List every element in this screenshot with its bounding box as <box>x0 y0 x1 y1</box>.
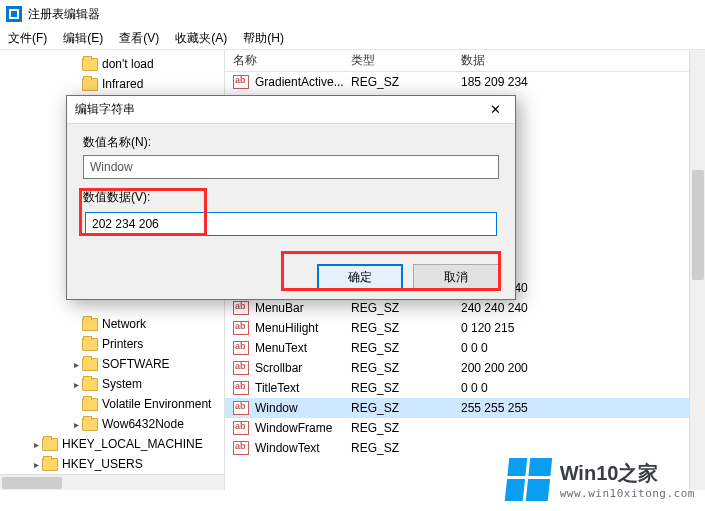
cancel-button[interactable]: 取消 <box>413 264 499 290</box>
tree-label: SOFTWARE <box>102 357 170 371</box>
list-row[interactable]: ScrollbarREG_SZ200 200 200 <box>225 358 705 378</box>
value-type: REG_SZ <box>343 381 453 395</box>
tree-item[interactable]: ▸HKEY_USERS <box>0 454 224 474</box>
watermark: Win10之家 www.win10xitong.com <box>507 458 695 501</box>
string-value-icon <box>233 421 249 435</box>
folder-icon <box>82 398 98 411</box>
tree-label: Printers <box>102 337 143 351</box>
expand-toggle[interactable]: ▸ <box>70 419 82 430</box>
list-row[interactable]: WindowTextREG_SZ <box>225 438 705 458</box>
list-row[interactable]: MenuBarREG_SZ240 240 240 <box>225 298 705 318</box>
tree-item[interactable]: Infrared <box>0 74 224 94</box>
ok-button[interactable]: 确定 <box>317 264 403 290</box>
string-value-icon <box>233 361 249 375</box>
watermark-brand: Win10之家 <box>560 460 695 487</box>
value-name: WindowText <box>255 441 320 455</box>
tree-item[interactable]: ▸HKEY_LOCAL_MACHINE <box>0 434 224 454</box>
expand-toggle[interactable]: ▸ <box>30 459 42 470</box>
tree-label: System <box>102 377 142 391</box>
list-row[interactable]: WindowFrameREG_SZ <box>225 418 705 438</box>
app-icon <box>6 6 22 22</box>
string-value-icon <box>233 381 249 395</box>
value-data-input[interactable] <box>85 212 497 236</box>
value-type: REG_SZ <box>343 341 453 355</box>
tree-label: Volatile Environment <box>102 397 211 411</box>
list-row[interactable]: WindowREG_SZ255 255 255 <box>225 398 705 418</box>
value-data: 200 200 200 <box>453 361 705 375</box>
string-value-icon <box>233 301 249 315</box>
value-name: MenuBar <box>255 301 304 315</box>
value-data: 0 0 0 <box>453 381 705 395</box>
menu-favorites[interactable]: 收藏夹(A) <box>175 30 227 47</box>
string-value-icon <box>233 321 249 335</box>
string-value-icon <box>233 441 249 455</box>
folder-icon <box>42 458 58 471</box>
list-row[interactable]: GradientActive...REG_SZ185 209 234 <box>225 72 705 92</box>
list-header: 名称 类型 数据 <box>225 50 705 72</box>
list-row[interactable]: MenuTextREG_SZ0 0 0 <box>225 338 705 358</box>
menu-file[interactable]: 文件(F) <box>8 30 47 47</box>
expand-toggle[interactable]: ▸ <box>30 439 42 450</box>
edit-string-dialog: 编辑字符串 ✕ 数值名称(N): 数值数据(V): 确定 取消 <box>66 95 516 300</box>
value-type: REG_SZ <box>343 401 453 415</box>
value-name: Scrollbar <box>255 361 302 375</box>
value-type: REG_SZ <box>343 75 453 89</box>
value-type: REG_SZ <box>343 321 453 335</box>
menu-help[interactable]: 帮助(H) <box>243 30 284 47</box>
value-name: MenuHilight <box>255 321 318 335</box>
scrollbar-thumb[interactable] <box>692 170 704 280</box>
folder-icon <box>82 378 98 391</box>
value-data: 185 209 234 <box>453 75 705 89</box>
folder-icon <box>82 418 98 431</box>
expand-toggle[interactable]: ▸ <box>70 379 82 390</box>
col-header-type[interactable]: 类型 <box>343 52 453 69</box>
list-row[interactable]: TitleTextREG_SZ0 0 0 <box>225 378 705 398</box>
folder-icon <box>82 338 98 351</box>
tree-item[interactable]: don't load <box>0 54 224 74</box>
value-type: REG_SZ <box>343 441 453 455</box>
scrollbar-thumb[interactable] <box>2 477 62 489</box>
tree-item[interactable]: ▸Wow6432Node <box>0 414 224 434</box>
menu-edit[interactable]: 编辑(E) <box>63 30 103 47</box>
value-type: REG_SZ <box>343 421 453 435</box>
value-name: TitleText <box>255 381 299 395</box>
value-type: REG_SZ <box>343 361 453 375</box>
value-name-input[interactable] <box>83 155 499 179</box>
tree-item[interactable]: ▸SOFTWARE <box>0 354 224 374</box>
list-v-scrollbar[interactable] <box>689 50 705 490</box>
folder-icon <box>82 58 98 71</box>
menu-bar: 文件(F) 编辑(E) 查看(V) 收藏夹(A) 帮助(H) <box>0 28 705 50</box>
value-data: 0 0 0 <box>453 341 705 355</box>
dialog-title: 编辑字符串 <box>75 101 135 118</box>
string-value-icon <box>233 401 249 415</box>
col-header-name[interactable]: 名称 <box>225 52 343 69</box>
value-name: Window <box>255 401 298 415</box>
tree-label: Infrared <box>102 77 143 91</box>
string-value-icon <box>233 341 249 355</box>
dialog-title-bar[interactable]: 编辑字符串 ✕ <box>67 96 515 124</box>
close-button[interactable]: ✕ <box>483 100 507 120</box>
tree-h-scrollbar[interactable] <box>0 474 224 490</box>
tree-item[interactable]: Volatile Environment <box>0 394 224 414</box>
menu-view[interactable]: 查看(V) <box>119 30 159 47</box>
tree-label: Network <box>102 317 146 331</box>
tree-item[interactable]: Printers <box>0 334 224 354</box>
col-header-data[interactable]: 数据 <box>453 52 705 69</box>
value-name: MenuText <box>255 341 307 355</box>
tree-label: don't load <box>102 57 154 71</box>
tree-item[interactable]: ▸System <box>0 374 224 394</box>
tree-label: HKEY_USERS <box>62 457 143 471</box>
folder-icon <box>82 78 98 91</box>
tree-label: HKEY_LOCAL_MACHINE <box>62 437 203 451</box>
list-row[interactable]: MenuHilightREG_SZ0 120 215 <box>225 318 705 338</box>
windows-logo-icon <box>504 458 552 501</box>
folder-icon <box>82 318 98 331</box>
value-name: WindowFrame <box>255 421 332 435</box>
tree-item[interactable]: Network <box>0 314 224 334</box>
value-data: 0 120 215 <box>453 321 705 335</box>
watermark-url: www.win10xitong.com <box>560 487 695 500</box>
app-title: 注册表编辑器 <box>28 6 100 23</box>
folder-icon <box>82 358 98 371</box>
expand-toggle[interactable]: ▸ <box>70 359 82 370</box>
value-data: 255 255 255 <box>453 401 705 415</box>
